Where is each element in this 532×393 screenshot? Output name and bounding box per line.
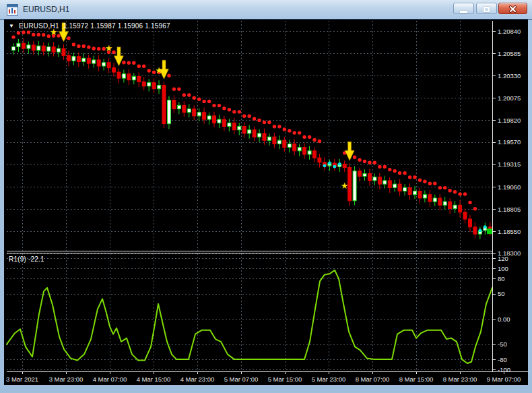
ohlc-header: ▼ EURUSD,H1 1.15972 1.15987 1.15906 1.15… <box>9 22 170 30</box>
svg-text:5 Mar 23:00: 5 Mar 23:00 <box>312 375 346 383</box>
low-value: 1.15906 <box>118 22 143 30</box>
svg-text:5 Mar 07:00: 5 Mar 07:00 <box>224 375 259 383</box>
restore-icon <box>484 7 490 12</box>
chart-icon <box>7 4 18 16</box>
symbol-dropdown-icon[interactable]: ▼ <box>9 23 14 29</box>
svg-text:1.19820: 1.19820 <box>498 117 521 124</box>
svg-text:1.20585: 1.20585 <box>498 50 521 57</box>
indicator-value: -22.1 <box>28 255 44 263</box>
chart-window: ★★★★1.208401.205851.203301.200751.198201… <box>0 0 532 393</box>
svg-text:120: 120 <box>498 255 508 262</box>
svg-text:1.20075: 1.20075 <box>498 94 521 102</box>
svg-text:1.20330: 1.20330 <box>498 72 521 80</box>
svg-text:50: 50 <box>498 290 505 297</box>
svg-text:9 Mar 07:00: 9 Mar 07:00 <box>487 375 521 383</box>
symbol-label: EURUSD,H1 <box>19 22 59 30</box>
star-icon: ★ <box>155 65 163 75</box>
svg-text:4 Mar 15:00: 4 Mar 15:00 <box>137 375 171 383</box>
close-button[interactable] <box>498 3 527 14</box>
star-icon: ★ <box>341 181 349 191</box>
indicator-name: R1(9) <box>9 255 26 263</box>
high-value: 1.15987 <box>90 22 116 30</box>
svg-text:8 Mar 15:00: 8 Mar 15:00 <box>399 375 434 383</box>
svg-text:-80: -80 <box>498 356 507 363</box>
svg-text:8 Mar 07:00: 8 Mar 07:00 <box>356 375 390 383</box>
title-bar[interactable]: EURUSD,H1 <box>0 0 532 20</box>
svg-text:-50: -50 <box>498 340 507 348</box>
open-value: 1.15972 <box>63 22 89 30</box>
svg-text:3 Mar 2021: 3 Mar 2021 <box>6 375 38 383</box>
price-chart-canvas[interactable]: ★★★★1.208401.205851.203301.200751.198201… <box>0 0 532 393</box>
svg-text:1.18805: 1.18805 <box>498 206 521 213</box>
minimize-button[interactable] <box>453 3 474 14</box>
svg-text:80: 80 <box>498 275 505 282</box>
bid-price-marker <box>487 229 492 234</box>
star-icon: ★ <box>105 43 113 53</box>
svg-text:4 Mar 07:00: 4 Mar 07:00 <box>93 375 127 383</box>
svg-text:100: 100 <box>498 265 508 272</box>
svg-text:1.19315: 1.19315 <box>498 160 521 168</box>
window-title: EURUSD,H1 <box>23 0 69 19</box>
svg-text:0.00: 0.00 <box>498 315 510 323</box>
svg-text:1.19570: 1.19570 <box>498 138 521 146</box>
restore-button[interactable] <box>476 3 497 14</box>
close-icon <box>508 5 517 13</box>
svg-text:3 Mar 23:00: 3 Mar 23:00 <box>49 375 84 383</box>
svg-text:4 Mar 23:00: 4 Mar 23:00 <box>180 375 215 383</box>
svg-text:1.19060: 1.19060 <box>498 183 521 191</box>
svg-text:8 Mar 23:00: 8 Mar 23:00 <box>443 375 477 383</box>
svg-text:1.20840: 1.20840 <box>498 28 521 35</box>
minimize-icon <box>460 11 467 13</box>
svg-text:1.18550: 1.18550 <box>498 228 521 235</box>
svg-text:5 Mar 15:00: 5 Mar 15:00 <box>268 375 302 383</box>
close-value: 1.15967 <box>145 22 170 30</box>
indicator-header: R1(9) -22.1 <box>9 255 44 263</box>
